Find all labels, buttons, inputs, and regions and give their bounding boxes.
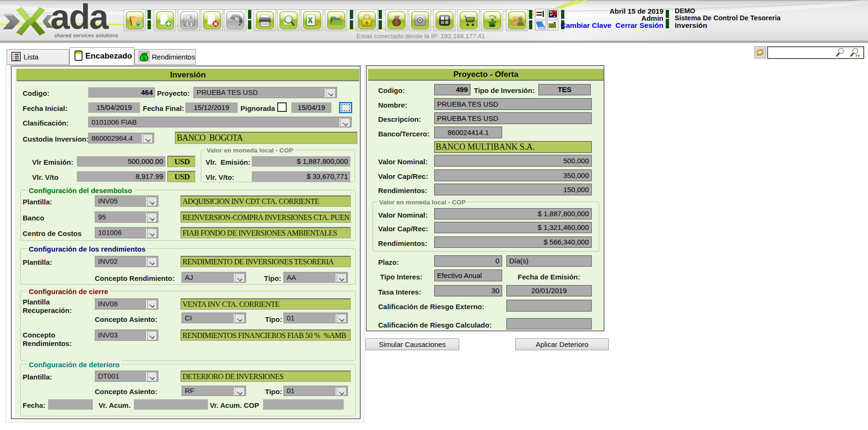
svg-text:$: $ bbox=[143, 55, 146, 61]
svg-text:$: $ bbox=[395, 19, 398, 26]
